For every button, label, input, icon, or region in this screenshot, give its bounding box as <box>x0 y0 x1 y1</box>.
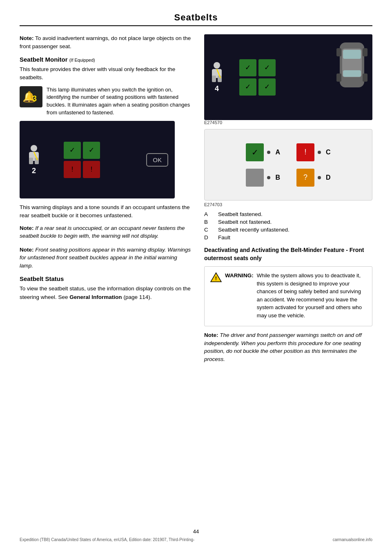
left-column: Note: To avoid inadvertent warnings, do … <box>20 34 191 369</box>
seat-a: ✓ <box>246 143 264 161</box>
svg-rect-10 <box>212 76 216 82</box>
svg-point-8 <box>214 62 220 69</box>
lamp-description: This lamp illuminates when you switch th… <box>47 86 191 117</box>
ok-button[interactable]: OK <box>146 153 168 167</box>
car-top-view <box>336 38 368 91</box>
svg-rect-16 <box>343 70 361 77</box>
note-2-text: If a rear seat is unoccupied, or an occu… <box>20 225 185 239</box>
note-2: Note: If a rear seat is unoccupied, or a… <box>20 224 191 240</box>
page-number: 44 <box>0 528 392 535</box>
note-3-text: Front seating positions appear in this w… <box>20 247 191 269</box>
note-1-text: To avoid inadvertent warnings, do not pl… <box>20 35 191 49</box>
warning-display-text: This warning displays and a tone sounds … <box>20 203 191 220</box>
seat-c: ! <box>296 143 314 161</box>
legend-text-a: Seatbelt fastened. <box>218 211 263 217</box>
svg-rect-5 <box>29 158 33 164</box>
right-column: 4 ✓ ✓ ✓ ✓ <box>204 34 372 369</box>
note-1-label: Note: <box>20 35 34 41</box>
warning-header: ! WARNING: While the system allows you t… <box>210 272 366 319</box>
warning-box: ! WARNING: While the system allows you t… <box>204 266 372 326</box>
diagram-item-d: ? D <box>296 169 331 187</box>
svg-rect-18 <box>363 48 368 56</box>
legend-letter-a: A <box>204 211 212 217</box>
dashboard-display-left: 2 ✓ ✓ ! ! OK <box>20 121 175 198</box>
note-1: Note: To avoid inadvertent warnings, do … <box>20 34 191 50</box>
lamp-row: 🔔 3 This lamp illuminates when you switc… <box>20 86 191 117</box>
right-seat-grid: ✓ ✓ ✓ ✓ <box>239 59 276 96</box>
label-c: C <box>326 149 331 156</box>
seat-number-badge: 2 <box>32 167 36 175</box>
right-person-svg <box>209 62 225 82</box>
person-icon-area: 2 <box>26 145 42 175</box>
legend-letter-c: C <box>204 227 212 233</box>
general-information-link[interactable]: General Information <box>69 294 122 300</box>
right-cell-1: ✓ <box>239 59 256 76</box>
note-3-label: Note: <box>20 247 34 253</box>
seat-cell-3: ! <box>64 161 81 178</box>
seatbelt-lamp-icon: 🔔 3 <box>20 86 42 107</box>
note-3: Note: Front seating positions appear in … <box>20 246 191 270</box>
right-cell-2: ✓ <box>258 59 276 76</box>
legend-text-d: Fault <box>218 234 230 241</box>
label-b: B <box>275 174 280 181</box>
diagram-col-right: ! C ? D <box>296 143 331 187</box>
image1-caption: E274570 <box>204 120 372 125</box>
seat-cell-2: ✓ <box>83 142 100 159</box>
dashboard-display-right: 4 ✓ ✓ ✓ ✓ <box>204 34 372 120</box>
legend-table: A Seatbelt fastened. B Seatbelt not fast… <box>204 211 372 241</box>
note-4: Note: The driver and front passenger war… <box>204 331 372 363</box>
person-svg <box>26 145 42 164</box>
footer-site-text: carmanualsonline.info <box>333 537 372 542</box>
legend-row-d: D Fault <box>204 234 372 241</box>
legend-row-b: B Seatbelt not fastened. <box>204 219 372 225</box>
diagram-item-a: ✓ A <box>246 143 280 161</box>
right-person-area: 4 <box>209 62 225 93</box>
seat-b <box>246 169 264 187</box>
legend-row-a: A Seatbelt fastened. <box>204 211 372 217</box>
legend-letter-d: D <box>204 234 212 241</box>
right-cell-3: ✓ <box>239 78 256 96</box>
seatbelt-status-diagram: ✓ A B ! C <box>204 129 372 201</box>
seat-d: ? <box>296 169 314 187</box>
right-seat-badge: 4 <box>215 85 219 93</box>
seatbelt-status-heading: Seatbelt Status <box>20 275 191 282</box>
car-svg <box>336 38 368 91</box>
footer-model-text: Expedition (TB8) Canada/United States of… <box>20 537 194 542</box>
svg-text:!: ! <box>215 275 217 281</box>
note-2-label: Note: <box>20 225 34 231</box>
svg-text:3: 3 <box>32 94 37 103</box>
seatbelt-status-text: To view the seatbelt status, use the inf… <box>20 285 191 301</box>
lamp-icon-svg: 🔔 3 <box>20 87 42 107</box>
warning-triangle-icon: ! <box>210 272 222 283</box>
diagram-item-b: B <box>246 169 280 187</box>
deactivating-heading: Deactivating and Activating the Belt-Min… <box>204 246 372 262</box>
legend-text-c: Seatbelt recently unfastened. <box>218 227 290 233</box>
title-divider <box>20 25 372 26</box>
diagram-item-c: ! C <box>296 143 331 161</box>
svg-rect-17 <box>336 48 341 56</box>
label-a: A <box>275 149 280 156</box>
svg-point-3 <box>31 145 37 152</box>
seat-status-grid: ✓ ✓ ! ! <box>64 142 100 178</box>
seat-cell-4: ! <box>83 161 100 178</box>
note-4-text: The driver and front passenger warnings … <box>204 332 362 362</box>
image2-caption: E274703 <box>204 202 372 207</box>
page-container: Seatbelts Note: To avoid inadvertent war… <box>0 0 392 546</box>
note-4-label: Note: <box>204 332 218 338</box>
diagram-col-left: ✓ A B <box>246 143 280 187</box>
label-d: D <box>326 174 331 181</box>
seatbelt-monitor-intro: This feature provides the driver with vi… <box>20 65 191 82</box>
warning-text: While the system allows you to deactivat… <box>257 272 366 319</box>
if-equipped-label: (If Equipped) <box>69 58 95 62</box>
svg-rect-20 <box>363 74 368 82</box>
legend-letter-b: B <box>204 219 212 225</box>
right-cell-4: ✓ <box>258 78 276 96</box>
seatbelt-monitor-heading: Seatbelt Monitor (If Equipped) <box>20 56 191 63</box>
legend-text-b: Seatbelt not fastened. <box>218 219 272 225</box>
warning-label: WARNING: <box>225 272 254 280</box>
page-title: Seatbelts <box>20 12 372 23</box>
seat-cell-1: ✓ <box>64 142 81 159</box>
svg-rect-15 <box>343 50 361 59</box>
svg-rect-19 <box>336 74 341 82</box>
legend-row-c: C Seatbelt recently unfastened. <box>204 227 372 233</box>
